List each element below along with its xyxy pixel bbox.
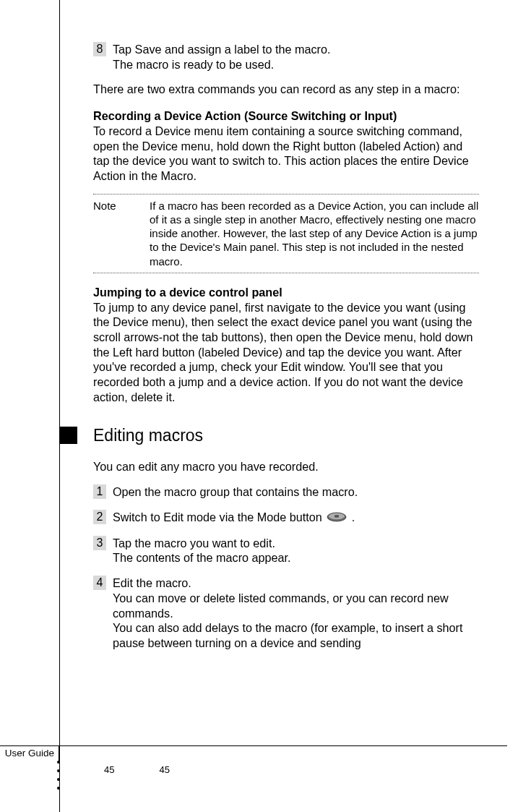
step-8: 8 Tap Save and assign a label to the mac… xyxy=(93,42,479,72)
step4-line1: Edit the macro. xyxy=(113,576,191,589)
step4-line2: You can move or delete listed commands, … xyxy=(113,591,449,620)
footer-user-guide-label: User Guide xyxy=(0,745,59,761)
step-4: 4 Edit the macro. You can move or delete… xyxy=(93,576,479,651)
intro-paragraph: There are two extra commands you can rec… xyxy=(93,82,479,97)
dot-icon xyxy=(57,769,60,772)
page-content: 8 Tap Save and assign a label to the mac… xyxy=(60,0,508,651)
step-number-box: 4 xyxy=(93,576,106,590)
step4-line3: You can also add delays to the macro (fo… xyxy=(113,621,462,649)
step3-line2: The contents of the macro appear. xyxy=(113,551,291,564)
dot-icon xyxy=(57,761,60,764)
jumping-heading: Jumping to a device control panel xyxy=(93,285,479,300)
jumping-section: Jumping to a device control panel To jum… xyxy=(93,285,479,405)
jumping-body: To jump to any device panel, first navig… xyxy=(93,300,479,405)
step2-suffix: . xyxy=(352,510,355,523)
step-body: Tap the macro you want to edit. The cont… xyxy=(113,536,479,565)
step2-prefix: Switch to Edit mode via the Mode button xyxy=(113,510,325,523)
section-heading-row: Editing macros xyxy=(60,425,479,446)
step-body: Open the macro group that contains the m… xyxy=(113,484,479,500)
recording-section: Recording a Device Action (Source Switch… xyxy=(93,108,479,184)
step-body: Tap Save and assign a label to the macro… xyxy=(113,42,479,72)
step8-line1: Tap Save and assign a label to the macro… xyxy=(113,43,330,56)
note-block: Note If a macro has been recorded as a D… xyxy=(93,194,479,273)
footer-dots xyxy=(57,761,60,790)
step-2: 2 Switch to Edit mode via the Mode butto… xyxy=(93,510,479,526)
step-body: Edit the macro. You can move or delete l… xyxy=(113,576,479,651)
dot-icon xyxy=(57,778,60,781)
note-body: If a macro has been recorded as a Device… xyxy=(150,199,479,268)
svg-rect-2 xyxy=(334,515,339,518)
step8-line2: The macro is ready to be used. xyxy=(113,58,274,71)
section-marker-square xyxy=(60,427,77,444)
step-1: 1 Open the macro group that contains the… xyxy=(93,484,479,500)
page-number-1: 45 xyxy=(104,764,114,775)
mode-button-icon xyxy=(327,510,347,526)
recording-body: To record a Device menu item containing … xyxy=(93,124,479,184)
page-numbers: 45 45 xyxy=(104,764,170,775)
step-number-box: 2 xyxy=(93,510,106,524)
page-number-2: 45 xyxy=(159,764,169,775)
page-frame: 8 Tap Save and assign a label to the mac… xyxy=(59,0,508,812)
step-body: Switch to Edit mode via the Mode button … xyxy=(113,510,479,526)
section-intro: You can edit any macro you have recorded… xyxy=(93,459,479,474)
dot-icon xyxy=(57,787,60,790)
step-number-box: 8 xyxy=(93,42,106,56)
step-3: 3 Tap the macro you want to edit. The co… xyxy=(93,536,479,565)
section-title: Editing macros xyxy=(93,425,203,446)
note-label: Note xyxy=(93,199,150,268)
step3-line1: Tap the macro you want to edit. xyxy=(113,537,275,550)
step-number-box: 3 xyxy=(93,536,106,550)
recording-heading: Recording a Device Action (Source Switch… xyxy=(93,108,479,124)
step-number-box: 1 xyxy=(93,484,106,499)
